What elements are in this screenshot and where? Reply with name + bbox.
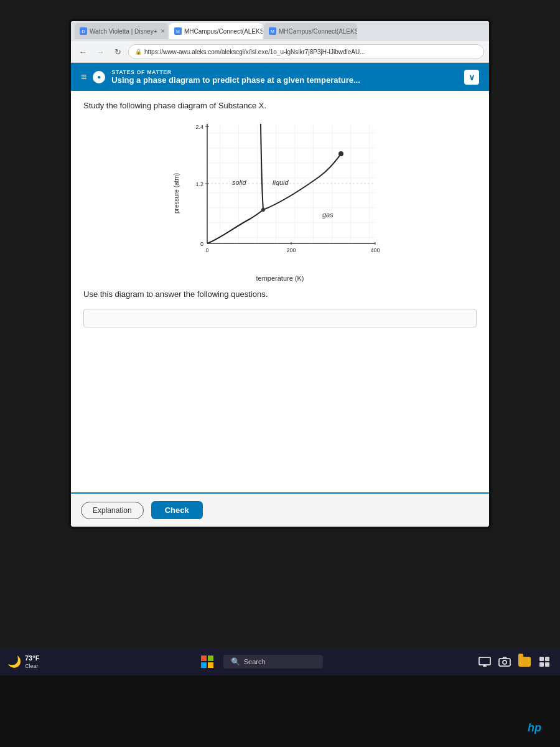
svg-point-18 [503, 660, 506, 664]
taskbar-folder-icon[interactable] [516, 654, 533, 670]
weather-desc: Clear [25, 663, 39, 669]
svg-rect-19 [539, 657, 544, 661]
svg-text:1.2: 1.2 [195, 181, 203, 187]
y-axis-label: pressure (atm) [173, 173, 180, 214]
svg-rect-21 [539, 662, 544, 667]
answer-input-area[interactable] [83, 309, 477, 327]
use-diagram-text: Use this diagram to answer the following… [83, 289, 477, 299]
folder-icon-shape [518, 657, 531, 667]
tab-favicon-mh1: M [174, 27, 182, 35]
explanation-button[interactable]: Explanation [81, 502, 144, 519]
weather-temp: 73°F [25, 654, 39, 662]
lock-icon: 🔒 [135, 49, 142, 55]
hp-logo: hp [528, 721, 541, 735]
triple-point [261, 208, 265, 212]
back-button[interactable]: ← [76, 45, 90, 59]
weather-icon: 🌙 [7, 655, 21, 669]
check-button[interactable]: Check [151, 501, 203, 519]
taskbar-screen-icon[interactable] [477, 654, 493, 670]
browser-window: D Watch Violetta | Disney+ ✕ M MHCampus/… [71, 21, 489, 527]
tab-mhcampus2[interactable]: M MHCampus/Connect(ALEKS ✕ [264, 23, 357, 39]
critical-point [338, 151, 343, 156]
tab-label-disney: Watch Violetta | Disney+ [90, 28, 157, 35]
taskbar-center: 🔍 Search [49, 653, 472, 670]
topic-icon: ● [93, 71, 105, 83]
url-bar[interactable]: 🔒 https://www-awu.aleks.com/alekscgi/x/l… [128, 44, 484, 59]
header-text: STATES OF MATTER Using a phase diagram t… [111, 69, 458, 85]
tab-favicon-mh2: M [269, 27, 276, 35]
liquid-label: liquid [273, 179, 289, 186]
solid-label: solid [232, 179, 247, 186]
collapse-button[interactable]: ∨ [464, 70, 479, 85]
weather-widget: 🌙 73°F Clear [7, 654, 39, 669]
browser-chrome: D Watch Violetta | Disney+ ✕ M MHCampus/… [71, 21, 489, 63]
svg-text:0: 0 [205, 247, 208, 253]
windows-logo-icon [201, 655, 213, 668]
taskbar-apps-icon[interactable] [536, 654, 553, 670]
page-content: ≡ ● STATES OF MATTER Using a phase diagr… [71, 63, 489, 492]
svg-rect-14 [479, 657, 490, 665]
x-axis-label: temperature (K) [83, 275, 477, 282]
windows-start-button[interactable] [198, 653, 216, 670]
taskbar-search-icon: 🔍 [231, 657, 240, 666]
taskbar-right [477, 654, 553, 670]
laptop-base [0, 675, 560, 747]
laptop-screen: D Watch Violetta | Disney+ ✕ M MHCampus/… [68, 19, 492, 529]
taskbar-camera-icon[interactable] [497, 654, 513, 670]
main-content: Study the following phase diagram of Sub… [71, 91, 489, 345]
forward-button: → [93, 45, 107, 59]
phase-diagram-container: pressure (atm) [83, 118, 477, 270]
tab-bar: D Watch Violetta | Disney+ ✕ M MHCampus/… [71, 21, 489, 41]
menu-icon[interactable]: ≡ [81, 72, 86, 83]
taskbar-search-bar[interactable]: 🔍 Search [223, 655, 323, 669]
svg-text:2.4: 2.4 [195, 124, 203, 130]
svg-rect-22 [545, 662, 549, 667]
topic-checkmark: ● [97, 73, 101, 80]
tab-label-mh2: MHCampus/Connect(ALEKS [279, 28, 357, 35]
tab-disney[interactable]: D Watch Violetta | Disney+ ✕ [75, 23, 168, 39]
svg-text:200: 200 [286, 247, 296, 253]
weather-info: 73°F Clear [25, 654, 39, 669]
reload-button[interactable]: ↻ [111, 45, 124, 59]
taskbar-search-text: Search [244, 658, 266, 665]
diagram-wrapper: pressure (atm) [173, 118, 388, 270]
action-bar: Explanation Check [71, 492, 489, 527]
chart-area: 0 1.2 2.4 0 [182, 118, 388, 270]
gas-label: gas [322, 211, 334, 218]
url-text: https://www-awu.aleks.com/alekscgi/x/lsl… [144, 49, 365, 55]
topic-label: STATES OF MATTER [111, 69, 458, 75]
taskbar: 🌙 73°F Clear 🔍 Search [0, 648, 560, 675]
svg-rect-20 [545, 657, 549, 661]
question-title: Using a phase diagram to predict phase a… [111, 75, 458, 85]
address-bar-row: ← → ↻ 🔒 https://www-awu.aleks.com/aleksc… [71, 41, 489, 62]
tab-label-mh1: MHCampus/Connect(ALEKS [184, 28, 263, 35]
svg-rect-17 [499, 659, 510, 666]
phase-diagram-svg: 0 1.2 2.4 0 [182, 118, 388, 267]
tab-mhcampus1[interactable]: M MHCampus/Connect(ALEKS ✕ [169, 23, 263, 39]
study-text: Study the following phase diagram of Sub… [83, 101, 477, 110]
svg-text:400: 400 [370, 247, 380, 253]
aleks-header: ≡ ● STATES OF MATTER Using a phase diagr… [71, 63, 489, 91]
tab-favicon-disney: D [80, 27, 87, 35]
svg-text:0: 0 [200, 241, 203, 247]
tab-close-disney[interactable]: ✕ [161, 28, 166, 34]
